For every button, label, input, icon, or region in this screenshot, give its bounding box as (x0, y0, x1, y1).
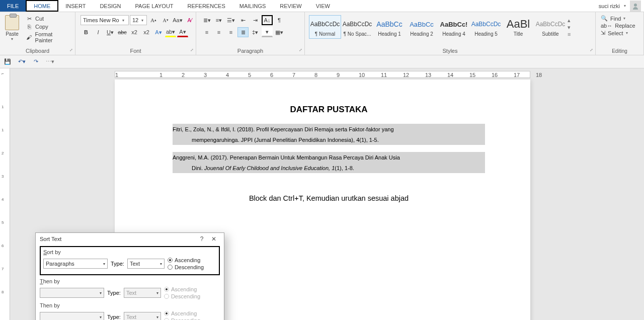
reference-2: Anggreni, M.A. (2017). Penerapan Bermain… (173, 152, 485, 173)
numbering-icon[interactable]: ≡▾ (213, 15, 224, 25)
style-normal[interactable]: AaBbCcDc¶ Normal (309, 15, 341, 39)
group-font: Times New Ro▾ 12▾ A▴ A▾ Aa▾ A⁄ B I U▾ ab… (75, 12, 196, 55)
format-painter-button[interactable]: 🖌Format Painter (24, 31, 72, 44)
qat-more-icon[interactable]: ⋯▾ (45, 57, 54, 66)
paste-icon (5, 15, 19, 30)
descending-radio[interactable]: Descending (168, 264, 204, 270)
style-nospacing[interactable]: AaBbCcDc¶ No Spac... (341, 15, 373, 39)
then-by-2-type-combo[interactable]: Text▾ (124, 312, 161, 320)
close-icon[interactable]: ✕ (208, 235, 220, 243)
tab-view[interactable]: VIEW (309, 0, 337, 12)
tab-home[interactable]: HOME (26, 0, 58, 12)
subscript-icon[interactable]: x2 (129, 27, 140, 37)
find-button[interactable]: 🔍Find▾ (600, 15, 636, 22)
styles-gallery[interactable]: AaBbCcDc¶ Normal AaBbCcDc¶ No Spac... Aa… (307, 13, 574, 39)
bold-icon[interactable]: B (80, 27, 92, 37)
line-spacing-icon[interactable]: ‡▾ (250, 27, 261, 37)
ascending-radio[interactable]: Ascending (168, 257, 204, 263)
highlight-icon[interactable]: ab▾ (165, 27, 176, 37)
paste-label: Paste (6, 31, 19, 37)
editing-group-label: Editing (596, 47, 643, 55)
ribbon: Paste ▾ ✂Cut ⎘Copy 🖌Format Painter Clipb… (0, 12, 644, 55)
increase-indent-icon[interactable]: ⇥ (250, 15, 261, 25)
sort-text-dialog: Sort Text ? ✕ Sort by Paragraphs▾ Type: … (35, 232, 224, 320)
user-avatar-icon (630, 1, 641, 12)
font-size-combo[interactable]: 12▾ (130, 15, 147, 25)
shading-icon[interactable]: ▾ (262, 27, 273, 37)
shrink-font-icon[interactable]: A▾ (160, 15, 171, 25)
show-marks-icon[interactable]: ¶ (274, 15, 285, 25)
then-by-2-field-combo[interactable]: ▾ (40, 312, 104, 320)
style-h2[interactable]: AaBbCcHeading 2 (406, 15, 438, 39)
align-center-icon[interactable]: ≡ (213, 27, 224, 37)
style-down-icon[interactable]: ▾ (568, 24, 573, 31)
style-title[interactable]: AaBlTitle (502, 15, 534, 39)
tab-design[interactable]: DESIGN (93, 0, 128, 12)
tab-references[interactable]: REFERENCES (181, 0, 232, 12)
align-right-icon[interactable]: ≡ (225, 27, 236, 37)
select-button[interactable]: ⇲Select▾ (600, 30, 636, 36)
style-h4[interactable]: AaBbCc!Heading 4 (438, 15, 470, 39)
tab-file[interactable]: FILE (0, 0, 26, 12)
then-by-1-type-combo[interactable]: Text▾ (124, 288, 161, 298)
borders-icon[interactable]: ▦▾ (274, 27, 285, 37)
sort-icon[interactable]: A↓ (262, 15, 273, 25)
group-editing: 🔍Find▾ ab↔Replace ⇲Select▾ Editing (596, 12, 644, 55)
then-by-1-field-combo[interactable]: ▾ (40, 288, 104, 298)
style-up-icon[interactable]: ▴ (568, 17, 573, 24)
type-label-1: Type: (111, 261, 124, 267)
style-h5[interactable]: AaBbCcDcHeading 5 (470, 15, 502, 39)
copy-button[interactable]: ⎘Copy (24, 23, 72, 31)
help-button[interactable]: ? (196, 235, 208, 243)
vertical-ruler: ⌐ 1 1 2 3 4 5 6 7 8 (0, 68, 10, 320)
then-by-label-1: hen by (43, 278, 60, 284)
sort-by-label: ort by (47, 249, 61, 255)
save-icon[interactable]: 💾 (3, 57, 12, 66)
style-h1[interactable]: AaBbCcHeading 1 (373, 15, 406, 39)
then-by-1-section: Then by ▾ Type: Text▾ Ascending Descendi… (40, 278, 220, 299)
sort-by-field-combo[interactable]: Paragraphs▾ (43, 259, 108, 269)
tab-page-layout[interactable]: PAGE LAYOUT (128, 0, 181, 12)
then-by-2-section: Then by ▾ Type: Text▾ Ascending Descendi… (40, 302, 220, 320)
user-area[interactable]: suci rizki ▾ (596, 0, 644, 12)
styles-group-label: Styles⤢ (305, 47, 595, 55)
copy-label: Copy (35, 24, 48, 30)
style-subtitle[interactable]: AaBbCcDcSubtitle (534, 15, 567, 39)
align-left-icon[interactable]: ≡ (201, 27, 212, 37)
redo-icon[interactable]: ↷ (31, 57, 40, 66)
menubar: FILE HOME INSERT DESIGN PAGE LAYOUT REFE… (0, 0, 644, 12)
strike-icon[interactable]: abc (117, 27, 128, 37)
then2-asc-radio[interactable]: Ascending (164, 310, 200, 316)
style-more-icon[interactable]: ≡ (568, 31, 573, 37)
clipboard-group-label: Clipboard⤢ (0, 47, 75, 55)
bullets-icon[interactable]: ≣▾ (201, 15, 212, 25)
tab-review[interactable]: REVIEW (273, 0, 308, 12)
tab-mailings[interactable]: MAILINGS (232, 0, 273, 12)
clear-formatting-icon[interactable]: A⁄ (184, 15, 195, 25)
sort-by-type-combo[interactable]: Text▾ (127, 259, 165, 269)
format-painter-label: Format Painter (35, 31, 70, 43)
then1-desc-radio[interactable]: Descending (164, 293, 200, 299)
tab-insert[interactable]: INSERT (58, 0, 93, 12)
change-case-icon[interactable]: Aa▾ (172, 15, 183, 25)
cut-button[interactable]: ✂Cut (24, 15, 72, 23)
font-name-combo[interactable]: Times New Ro▾ (80, 15, 129, 25)
text-effects-icon[interactable]: A▾ (153, 27, 164, 37)
group-paragraph: ≣▾ ≡▾ ☰▾ ⇤ ⇥ A↓ ¶ ≡ ≡ ≡ ≣ ‡▾ ▾ ▦▾ (196, 12, 305, 55)
underline-icon[interactable]: U▾ (105, 27, 116, 37)
then1-asc-radio[interactable]: Ascending (164, 286, 200, 292)
superscript-icon[interactable]: x2 (141, 27, 152, 37)
font-color-icon[interactable]: A▾ (177, 27, 188, 37)
grow-font-icon[interactable]: A▴ (148, 15, 159, 25)
italic-icon[interactable]: I (93, 27, 104, 37)
font-group-label: Font⤢ (75, 47, 196, 55)
reference-1: Fitri, E., Zola, N., & Ifdil, I. (2018).… (173, 124, 485, 145)
replace-button[interactable]: ab↔Replace (600, 23, 636, 29)
multilevel-icon[interactable]: ☰▾ (225, 15, 236, 25)
paste-button[interactable]: Paste ▾ (2, 13, 22, 41)
undo-icon[interactable]: ↶▾ (17, 57, 26, 66)
then2-desc-radio[interactable]: Descending (164, 317, 200, 320)
paragraph-group-label: Paragraph⤢ (196, 47, 304, 55)
justify-icon[interactable]: ≣ (237, 27, 249, 37)
decrease-indent-icon[interactable]: ⇤ (237, 15, 249, 25)
